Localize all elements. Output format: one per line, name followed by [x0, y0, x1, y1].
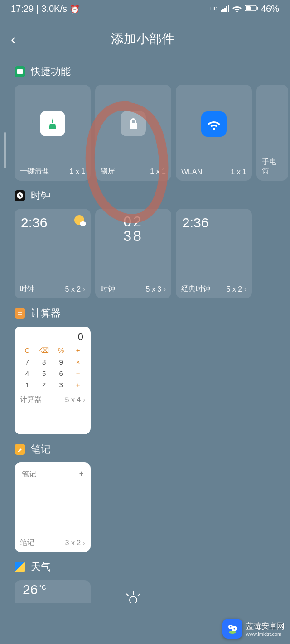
watermark-url: www.lmkjst.com [246, 631, 285, 637]
clock-time: 2:36 [182, 215, 208, 231]
chevron-right-icon: › [83, 285, 85, 293]
weather-temp: 26 [23, 582, 38, 597]
card-label: 时钟 [101, 284, 115, 294]
page-title: 添加小部件 [25, 30, 261, 48]
quick-section-icon [14, 66, 25, 77]
sun-icon-preview [95, 580, 171, 603]
chevron-right-icon: › [164, 285, 166, 293]
section-header-clock: 时钟 [14, 189, 290, 202]
section-header-notes: 笔记 [14, 442, 290, 456]
calculator-section-icon [14, 308, 25, 319]
chevron-right-icon: › [83, 539, 85, 547]
status-speed: 3.0K/s [41, 4, 67, 14]
card-size: 5 x 2 [65, 285, 81, 293]
svg-rect-1 [246, 6, 251, 10]
notes-inner-label: 笔记 [22, 470, 36, 479]
clock-section-icon [14, 190, 25, 201]
page-header: ‹ 添加小部件 [0, 14, 290, 57]
svg-point-13 [234, 628, 235, 630]
section-title-weather: 天气 [31, 560, 51, 574]
status-bar: 17:29 | 3.0K/s ⏰ HD 46% [0, 0, 290, 14]
section-calculator: 计算器 0 C ⌫ % ÷ 7 8 9 × 4 5 [0, 298, 290, 434]
svg-point-14 [229, 631, 236, 634]
widget-card-calculator[interactable]: 0 C ⌫ % ÷ 7 8 9 × 4 5 6 − [14, 327, 91, 434]
clock-time: 2:36 [21, 215, 47, 231]
svg-rect-3 [17, 69, 23, 74]
card-size: 3 x 2 [65, 539, 81, 547]
widget-card-clock-1[interactable]: 2:36 时钟 5 x 2 › [14, 209, 91, 298]
notes-list: 笔记 + 笔记 3 x 2 › [14, 462, 290, 552]
widget-card-notes[interactable]: 笔记 + 笔记 3 x 2 › [14, 462, 91, 552]
card-size: 5 x 4 [65, 396, 81, 404]
card-size: 1 x 1 [150, 168, 166, 176]
section-header-quick: 快捷功能 [14, 65, 290, 78]
card-label: 手电筒 [262, 157, 283, 176]
widget-card-clock-2[interactable]: 0238 时钟 5 x 3 › [95, 209, 171, 298]
section-weather: 天气 26 °C [0, 552, 290, 603]
card-size: 1 x 1 [69, 168, 85, 176]
card-size: 1 x 1 [231, 168, 246, 176]
alarm-icon: ⏰ [70, 4, 80, 14]
notes-section-icon [14, 444, 25, 455]
section-title-calculator: 计算器 [31, 307, 61, 320]
calc-display: 0 [20, 331, 85, 343]
chevron-right-icon: › [83, 396, 85, 404]
widget-card-torch[interactable]: 手电筒 [256, 85, 288, 181]
card-label: 时钟 [20, 284, 34, 294]
watermark-logo [222, 619, 242, 639]
chevron-right-icon: › [244, 285, 246, 293]
widget-card-lock[interactable]: 锁屏 1 x 1 [95, 85, 171, 181]
card-label: 笔记 [20, 538, 34, 548]
svg-rect-5 [17, 310, 23, 317]
section-header-weather: 天气 [14, 560, 290, 574]
section-title-notes: 笔记 [31, 442, 51, 456]
widget-card-clock-3[interactable]: 2:36 经典时钟 5 x 2 › [176, 209, 252, 298]
widget-card-clean[interactable]: 一键清理 1 x 1 [14, 85, 91, 181]
card-label: WLAN [181, 168, 202, 176]
watermark: 蓝莓安卓网 www.lmkjst.com [222, 619, 285, 639]
clock-list[interactable]: 2:36 时钟 5 x 2 › 0238 时钟 5 x 3 › 2:36 经典时 [14, 209, 290, 298]
section-header-calculator: 计算器 [14, 307, 290, 320]
watermark-name: 蓝莓安卓网 [246, 621, 285, 631]
status-time: 17:29 [11, 4, 34, 14]
calculator-preview: 0 C ⌫ % ÷ 7 8 9 × 4 5 6 − [14, 327, 91, 390]
signal-icon [220, 4, 229, 14]
back-button[interactable]: ‹ [11, 31, 25, 48]
lock-icon [121, 111, 146, 136]
broom-icon [40, 111, 65, 136]
wifi-tile-icon [201, 111, 227, 137]
scroll-indicator [4, 132, 6, 168]
card-label: 经典时钟 [181, 284, 210, 294]
battery-percent: 46% [261, 4, 279, 14]
widget-card-weather[interactable]: 26 °C [14, 580, 91, 603]
svg-line-7 [126, 594, 129, 596]
card-size: 5 x 2 [227, 285, 242, 293]
weather-unit: °C [39, 584, 46, 591]
card-size: 5 x 3 [146, 285, 162, 293]
section-quick: 快捷功能 一键清理 1 x 1 锁屏 1 x 1 [0, 57, 290, 181]
weather-section-icon [14, 562, 25, 572]
section-title-quick: 快捷功能 [31, 65, 71, 78]
section-title-clock: 时钟 [31, 189, 51, 202]
section-clock: 时钟 2:36 时钟 5 x 2 › 0238 时钟 5 x 3 › 2:36 [0, 181, 290, 298]
calculator-list: 0 C ⌫ % ÷ 7 8 9 × 4 5 6 − [14, 327, 290, 434]
weather-icon [74, 215, 84, 225]
hd-icon: HD [210, 6, 218, 11]
battery-icon [245, 4, 258, 14]
svg-line-8 [138, 594, 140, 596]
status-left: 17:29 | 3.0K/s ⏰ [11, 4, 80, 14]
quick-list[interactable]: 一键清理 1 x 1 锁屏 1 x 1 WLAN 1 [14, 85, 290, 181]
plus-icon: + [79, 470, 83, 478]
card-label: 锁屏 [101, 167, 115, 176]
svg-point-9 [130, 596, 137, 603]
section-notes: 笔记 笔记 + 笔记 3 x 2 › [0, 434, 290, 552]
wifi-icon [232, 4, 242, 14]
digital-time: 0238 [95, 209, 171, 243]
card-label: 计算器 [20, 395, 42, 404]
widget-card-wlan[interactable]: WLAN 1 x 1 [176, 85, 252, 181]
weather-list: 26 °C [14, 580, 290, 603]
svg-point-12 [230, 626, 232, 628]
card-label: 一键清理 [20, 167, 49, 176]
status-right: HD 46% [210, 4, 279, 14]
svg-rect-2 [257, 7, 258, 10]
